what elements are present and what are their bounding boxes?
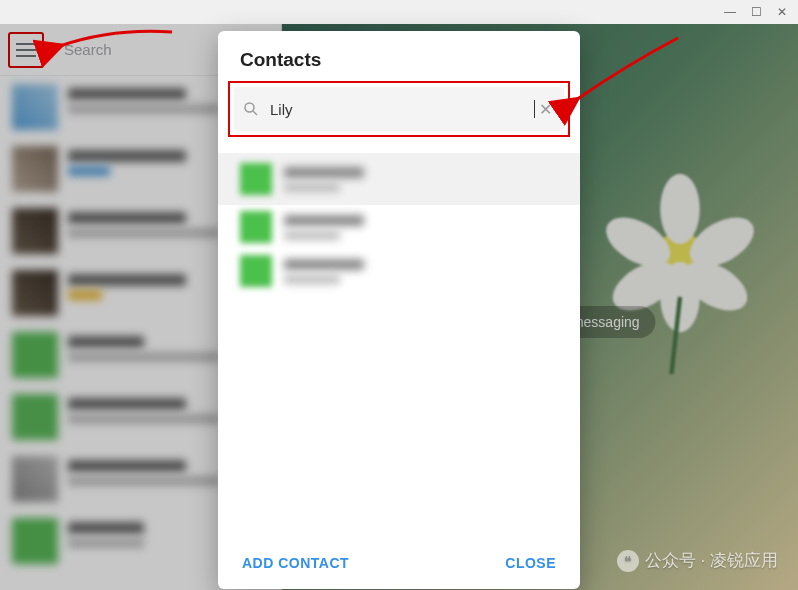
avatar <box>240 255 272 287</box>
contact-result[interactable] <box>218 153 580 205</box>
search-icon <box>242 100 260 118</box>
contacts-search-input[interactable] <box>260 101 540 118</box>
contacts-results <box>218 143 580 537</box>
contact-result[interactable] <box>218 249 580 293</box>
modal-footer: ADD CONTACT CLOSE <box>218 537 580 589</box>
close-button[interactable]: CLOSE <box>505 555 556 571</box>
wechat-icon: ❝ <box>617 550 639 572</box>
watermark: ❝ 公众号 · 凌锐应用 <box>617 549 778 572</box>
clear-search-icon[interactable]: ✕ <box>535 100 556 119</box>
svg-point-8 <box>245 103 254 112</box>
svg-line-9 <box>253 111 257 115</box>
contacts-search-row: ✕ <box>234 87 564 131</box>
modal-title: Contacts <box>218 31 580 81</box>
watermark-text: 公众号 · 凌锐应用 <box>645 549 778 572</box>
window-minimize-button[interactable]: — <box>718 2 742 22</box>
search-highlight-box: ✕ <box>228 81 570 137</box>
add-contact-button[interactable]: ADD CONTACT <box>242 555 349 571</box>
window-close-button[interactable]: ✕ <box>770 2 794 22</box>
contacts-modal: Contacts ✕ ADD CONTACT CLOSE <box>218 31 580 589</box>
window-maximize-button[interactable]: ☐ <box>744 2 768 22</box>
window-controls: — ☐ ✕ <box>718 0 798 24</box>
avatar <box>240 211 272 243</box>
avatar <box>240 163 272 195</box>
contact-result[interactable] <box>218 205 580 249</box>
